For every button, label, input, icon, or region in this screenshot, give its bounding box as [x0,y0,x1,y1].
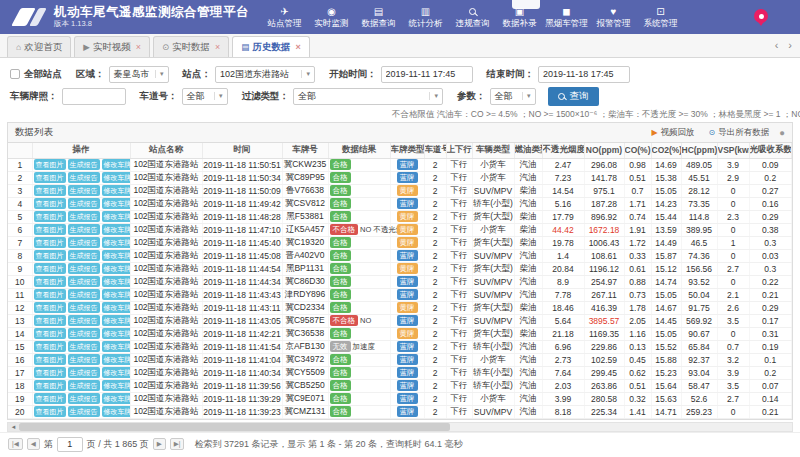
edit-plate-button[interactable]: 修改车牌 [102,250,131,261]
generate-report-button[interactable]: 生成报告 [68,406,100,417]
edit-plate-button[interactable]: 修改车牌 [102,159,131,170]
video-playback-button[interactable]: ▶视频回放 [651,127,694,139]
generate-report-button[interactable]: 生成报告 [68,380,100,391]
edit-plate-button[interactable]: 修改车牌 [102,224,131,235]
generate-report-button[interactable]: 生成报告 [68,263,100,274]
filter-type-select[interactable]: 全部▾ [293,88,443,105]
view-photo-button[interactable]: 查看图片 [34,276,66,287]
menu-item-data-query[interactable]: ▤数据查询 [355,5,402,29]
generate-report-button[interactable]: 生成报告 [68,250,100,261]
menu-item-system-management[interactable]: ⊡系统管理 [637,5,684,29]
next-page-button[interactable]: ▶ [153,438,166,451]
generate-report-button[interactable]: 生成报告 [68,302,100,313]
horizontal-scrollbar[interactable]: ◂ [7,422,793,432]
plate-type-badge[interactable]: 蓝牌 [397,354,418,365]
menu-item-alarm-management[interactable]: ♥报警管理 [590,5,637,29]
view-photo-button[interactable]: 查看图片 [34,406,66,417]
generate-report-button[interactable]: 生成报告 [68,185,100,196]
close-icon[interactable]: × [215,42,220,52]
plate-type-badge[interactable]: 蓝牌 [397,406,418,417]
location-pin-icon[interactable] [754,9,768,23]
edit-plate-button[interactable]: 修改车牌 [102,276,131,287]
edit-plate-button[interactable]: 修改车牌 [102,315,131,326]
edit-plate-button[interactable]: 修改车牌 [102,380,131,391]
view-photo-button[interactable]: 查看图片 [34,250,66,261]
view-photo-button[interactable]: 查看图片 [34,159,66,170]
plate-type-badge[interactable]: 蓝牌 [397,367,418,378]
edit-plate-button[interactable]: 修改车牌 [102,341,131,352]
view-photo-button[interactable]: 查看图片 [34,172,66,183]
generate-report-button[interactable]: 生成报告 [68,289,100,300]
more-icon[interactable]: ● [779,127,785,138]
generate-report-button[interactable]: 生成报告 [68,224,100,235]
generate-report-button[interactable]: 生成报告 [68,393,100,404]
plate-type-badge[interactable]: 蓝牌 [397,276,418,287]
param-select[interactable]: 全部▾ [490,88,536,105]
end-time-input[interactable] [538,66,630,83]
plate-type-badge[interactable]: 黄牌 [397,224,418,235]
edit-plate-button[interactable]: 修改车牌 [102,289,131,300]
plate-type-badge[interactable]: 黄牌 [397,263,418,274]
generate-report-button[interactable]: 生成报告 [68,315,100,326]
generate-report-button[interactable]: 生成报告 [68,159,100,170]
generate-report-button[interactable]: 生成报告 [68,354,100,365]
plate-type-badge[interactable]: 蓝牌 [397,172,418,183]
view-photo-button[interactable]: 查看图片 [34,393,66,404]
plate-type-badge[interactable]: 黄牌 [397,211,418,222]
plate-type-badge[interactable]: 蓝牌 [397,198,418,209]
edit-plate-button[interactable]: 修改车牌 [102,172,131,183]
generate-report-button[interactable]: 生成报告 [68,367,100,378]
generate-report-button[interactable]: 生成报告 [68,172,100,183]
close-icon[interactable]: × [295,42,300,52]
view-photo-button[interactable]: 查看图片 [34,224,66,235]
station-select[interactable]: 102国道东港路站▾ [215,66,315,83]
edit-plate-button[interactable]: 修改车牌 [102,237,131,248]
tab-realtime-data[interactable]: ⊙实时数据× [153,36,229,57]
plate-type-badge[interactable]: 黄牌 [397,185,418,196]
edit-plate-button[interactable]: 修改车牌 [102,263,131,274]
view-photo-button[interactable]: 查看图片 [34,302,66,313]
edit-plate-button[interactable]: 修改车牌 [102,185,131,196]
prev-page-button[interactable]: ◀ [27,438,40,451]
view-photo-button[interactable]: 查看图片 [34,354,66,365]
view-photo-button[interactable]: 查看图片 [34,328,66,339]
view-photo-button[interactable]: 查看图片 [34,289,66,300]
edit-plate-button[interactable]: 修改车牌 [102,302,131,313]
generate-report-button[interactable]: 生成报告 [68,237,100,248]
view-photo-button[interactable]: 查看图片 [34,315,66,326]
menu-item-violation-query[interactable]: 违规查询 [449,5,496,29]
generate-report-button[interactable]: 生成报告 [68,328,100,339]
start-time-input[interactable] [381,66,473,83]
view-photo-button[interactable]: 查看图片 [34,237,66,248]
menu-item-statistics[interactable]: ▥统计分析 [402,5,449,29]
tab-realtime-video[interactable]: ▶实时视频× [74,36,150,57]
view-photo-button[interactable]: 查看图片 [34,185,66,196]
plate-type-badge[interactable]: 蓝牌 [397,393,418,404]
plate-type-badge[interactable]: 蓝牌 [397,380,418,391]
tabs-scroll-left-icon[interactable]: ‹ [775,39,779,51]
query-button[interactable]: 查询 [548,87,599,106]
tabs-scroll-right-icon[interactable]: › [788,39,792,51]
plate-type-badge[interactable]: 蓝牌 [397,341,418,352]
view-photo-button[interactable]: 查看图片 [34,367,66,378]
menu-item-site-management[interactable]: ✈站点管理 [261,5,308,29]
view-photo-button[interactable]: 查看图片 [34,263,66,274]
plate-type-badge[interactable]: 蓝牌 [397,159,418,170]
edit-plate-button[interactable]: 修改车牌 [102,211,131,222]
plate-input[interactable] [62,88,126,105]
plate-type-badge[interactable]: 蓝牌 [397,315,418,326]
plate-type-badge[interactable]: 黄牌 [397,302,418,313]
menu-item-smoky-vehicle[interactable]: ◼黑烟车管理 [543,5,590,29]
edit-plate-button[interactable]: 修改车牌 [102,198,131,209]
view-photo-button[interactable]: 查看图片 [34,341,66,352]
tab-history-data[interactable]: ▤历史数据× [232,36,309,57]
generate-report-button[interactable]: 生成报告 [68,211,100,222]
menu-item-realtime-monitor[interactable]: ◉实时监测 [308,5,355,29]
export-all-button[interactable]: ⊙导出所有数据 [709,127,770,139]
tab-welcome[interactable]: ⌂欢迎首页 [7,36,71,57]
edit-plate-button[interactable]: 修改车牌 [102,367,131,378]
view-photo-button[interactable]: 查看图片 [34,211,66,222]
plate-type-badge[interactable]: 蓝牌 [397,250,418,261]
generate-report-button[interactable]: 生成报告 [68,198,100,209]
generate-report-button[interactable]: 生成报告 [68,341,100,352]
